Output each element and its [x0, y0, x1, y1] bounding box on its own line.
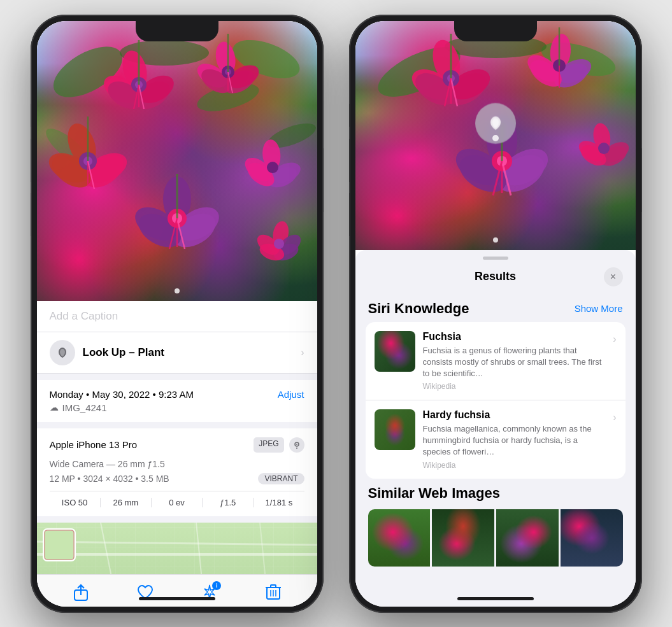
photo-area	[37, 21, 317, 301]
volume-up-button	[31, 139, 31, 182]
hardy-desc: Fuchsia magellanica, commonly known as t…	[423, 423, 606, 458]
web-image-4[interactable]	[561, 509, 623, 567]
svg-line-67	[196, 523, 203, 574]
phone2-volume-up-button	[349, 139, 350, 182]
svg-point-62	[296, 444, 297, 445]
siri-vision-dot	[492, 135, 499, 141]
map-svg	[37, 523, 317, 574]
knowledge-card: Fuchsia Fuchsia is a genus of flowering …	[366, 322, 626, 479]
caption-placeholder[interactable]: Add a Caption	[50, 310, 118, 322]
phone-2-inner: Results × Siri Knowledge Show More	[355, 21, 636, 607]
svg-rect-74	[271, 585, 276, 588]
lookup-row[interactable]: Look Up – Plant ›	[37, 332, 317, 374]
results-title: Results	[387, 270, 604, 283]
phone-2: Results × Siri Knowledge Show More	[349, 15, 642, 613]
phone2-notch	[454, 21, 537, 41]
cloud-icon: ☁	[50, 402, 59, 412]
flower-svg	[37, 21, 317, 301]
svg-line-68	[260, 523, 266, 574]
phone1-screen: Add a Caption Look Up – Plant	[37, 21, 317, 607]
device-header: Apple iPhone 13 Pro JPEG	[50, 437, 304, 453]
info-badge: i	[212, 581, 221, 590]
svg-point-40	[267, 162, 278, 173]
phone2-home-indicator	[457, 597, 534, 600]
leaf-siri-icon	[486, 113, 505, 132]
location-icon	[289, 437, 304, 453]
phone2-mute-button	[349, 104, 350, 127]
leaf-icon	[55, 346, 69, 360]
web-image-3[interactable]	[496, 509, 559, 567]
delete-button[interactable]	[266, 584, 281, 602]
phone-1-inner: Add a Caption Look Up – Plant	[37, 21, 317, 607]
web-images-grid	[368, 509, 623, 567]
hardy-source: Wikipedia	[423, 461, 606, 470]
hardy-name: Hardy fuchsia	[423, 409, 606, 421]
svg-point-56	[274, 239, 284, 249]
exif-ev: 0 ev	[152, 498, 203, 507]
svg-rect-69	[43, 529, 75, 561]
knowledge-item-fuchsia[interactable]: Fuchsia Fuchsia is a genus of flowering …	[366, 322, 626, 401]
siri-icon	[50, 340, 75, 365]
vibrant-badge: VIBRANT	[258, 473, 304, 484]
photo-page-indicator	[175, 288, 180, 293]
share-button[interactable]	[73, 584, 89, 602]
camera-spec2-row: 12 MP • 3024 × 4032 • 3.5 MB VIBRANT	[50, 473, 304, 484]
flower-photo	[37, 21, 317, 301]
share-icon	[73, 584, 89, 602]
hardy-thumb-img	[375, 409, 415, 450]
badge-row: JPEG	[254, 437, 304, 453]
phone2-photo-area	[355, 21, 636, 250]
close-icon: ×	[610, 271, 616, 283]
info-area[interactable]: Add a Caption Look Up – Plant	[37, 301, 317, 574]
results-header: Results ×	[355, 260, 636, 292]
lookup-chevron: ›	[301, 347, 304, 358]
exif-focal: 26 mm	[101, 498, 152, 507]
toolbar: i	[37, 574, 317, 607]
camera-spec1: Wide Camera — 26 mm ƒ1.5	[50, 459, 304, 469]
power-button	[323, 148, 324, 212]
close-button[interactable]: ×	[604, 267, 623, 286]
exif-aperture: ƒ1.5	[203, 498, 254, 507]
meta-card: Monday • May 30, 2022 • 9:23 AM Adjust ☁…	[37, 380, 317, 422]
caption-row: Add a Caption	[37, 301, 317, 332]
lookup-text: Look Up – Plant	[83, 346, 164, 359]
similar-web-images-section: Similar Web Images	[355, 485, 636, 575]
meta-date-row: Monday • May 30, 2022 • 9:23 AM Adjust	[50, 389, 304, 400]
phone2-screen: Results × Siri Knowledge Show More	[355, 21, 636, 607]
format-badge: JPEG	[254, 437, 283, 453]
device-name: Apple iPhone 13 Pro	[50, 439, 138, 450]
trash-icon	[266, 584, 281, 602]
svg-point-113	[598, 143, 610, 154]
knowledge-item-hardy[interactable]: Hardy fuchsia Fuchsia magellanica, commo…	[366, 400, 626, 479]
exif-shutter: 1/181 s	[254, 498, 304, 507]
device-card: Apple iPhone 13 Pro JPEG	[37, 428, 317, 516]
mute-button	[31, 104, 31, 127]
lookup-plain: Plant	[135, 346, 164, 358]
hardy-thumbnail	[375, 409, 415, 450]
fuchsia-chevron: ›	[613, 334, 616, 345]
siri-knowledge-title: Siri Knowledge	[368, 300, 469, 317]
web-image-1[interactable]	[368, 509, 431, 567]
fuchsia-source: Wikipedia	[423, 382, 606, 391]
show-more-button[interactable]: Show More	[575, 303, 623, 314]
meta-filename: ☁ IMG_4241	[50, 402, 304, 413]
fuchsia-text: Fuchsia Fuchsia is a genus of flowering …	[423, 331, 606, 391]
exif-iso: ISO 50	[50, 498, 101, 507]
hardy-chevron: ›	[613, 412, 616, 423]
map-area[interactable]	[37, 523, 317, 574]
fuchsia-desc: Fuchsia is a genus of flowering plants t…	[423, 345, 606, 380]
fuchsia-thumbnail	[375, 331, 415, 372]
adjust-button[interactable]: Adjust	[278, 389, 304, 400]
phones-container: Add a Caption Look Up – Plant	[31, 15, 642, 613]
phone-1: Add a Caption Look Up – Plant	[31, 15, 324, 613]
camera-spec2-text: 12 MP • 3024 × 4032 • 3.5 MB	[50, 474, 169, 484]
meta-date: Monday • May 30, 2022 • 9:23 AM	[50, 389, 194, 400]
fuchsia-name: Fuchsia	[423, 331, 606, 342]
phone2-power-button	[641, 148, 642, 212]
home-indicator	[139, 597, 215, 600]
volume-down-button	[31, 193, 31, 236]
results-panel[interactable]: Results × Siri Knowledge Show More	[355, 250, 636, 607]
web-image-2[interactable]	[432, 509, 494, 567]
exif-row: ISO 50 26 mm 0 ev ƒ1.5 1/181 s	[50, 491, 304, 507]
photo2-page-indicator	[493, 237, 498, 243]
